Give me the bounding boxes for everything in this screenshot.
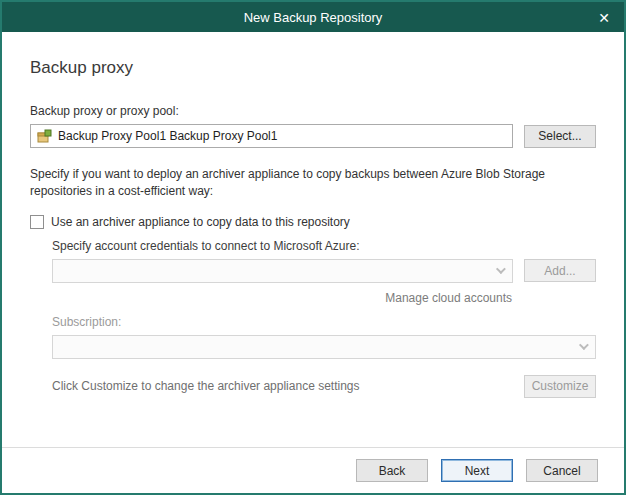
proxy-input[interactable]: Backup Proxy Pool1 Backup Proxy Pool1 <box>30 124 513 148</box>
dialog-footer: Back Next Cancel <box>2 447 624 493</box>
proxy-input-value: Backup Proxy Pool1 Backup Proxy Pool1 <box>58 129 277 143</box>
customize-button[interactable]: Customize <box>524 375 596 398</box>
titlebar[interactable]: New Backup Repository ✕ <box>2 2 624 32</box>
archiver-checkbox-label: Use an archiver appliance to copy data t… <box>51 215 350 229</box>
subscription-label: Subscription: <box>52 315 596 329</box>
archiver-description: Specify if you want to deploy an archive… <box>30 166 596 201</box>
select-button[interactable]: Select... <box>524 125 596 148</box>
credentials-dropdown[interactable] <box>52 259 513 283</box>
cancel-button[interactable]: Cancel <box>526 459 598 482</box>
close-icon[interactable]: ✕ <box>584 2 624 32</box>
proxy-row: Backup Proxy Pool1 Backup Proxy Pool1 Se… <box>30 124 596 148</box>
proxy-field-label: Backup proxy or proxy pool: <box>30 104 596 118</box>
add-button[interactable]: Add... <box>524 259 596 282</box>
dialog-body: Backup proxy Backup proxy or proxy pool:… <box>2 32 624 447</box>
archiver-checkbox-row[interactable]: Use an archiver appliance to copy data t… <box>30 215 596 229</box>
credentials-row: Add... <box>52 259 596 283</box>
proxy-pool-icon <box>37 129 52 143</box>
new-backup-repository-dialog: New Backup Repository ✕ Backup proxy Bac… <box>0 0 626 495</box>
window-title: New Backup Repository <box>244 10 383 25</box>
chevron-down-icon <box>579 340 589 350</box>
manage-cloud-accounts-link[interactable]: Manage cloud accounts <box>52 291 512 305</box>
chevron-down-icon <box>496 264 506 274</box>
customize-hint: Click Customize to change the archiver a… <box>52 379 360 393</box>
archiver-checkbox[interactable] <box>30 215 44 229</box>
credentials-label: Specify account credentials to connect t… <box>52 239 596 253</box>
page-title: Backup proxy <box>30 58 596 78</box>
archiver-settings-group: Specify account credentials to connect t… <box>52 239 596 398</box>
back-button[interactable]: Back <box>356 459 428 482</box>
customize-row: Click Customize to change the archiver a… <box>52 375 596 398</box>
next-button[interactable]: Next <box>441 459 513 482</box>
subscription-dropdown[interactable] <box>52 335 596 359</box>
